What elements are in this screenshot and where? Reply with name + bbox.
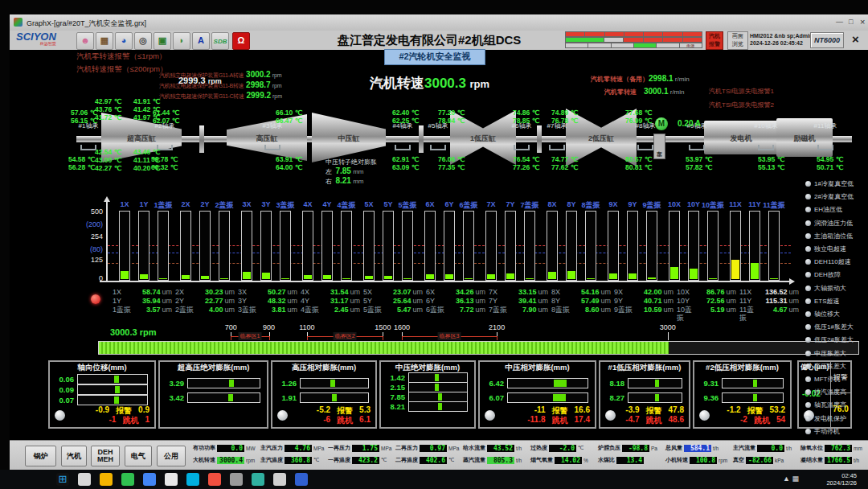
cylinder-label: 发电机 [731, 134, 752, 144]
measurement-cell: 一再压力1.75MPa [328, 444, 391, 452]
nav-button-4[interactable]: 电气 [125, 446, 152, 466]
close-window-button[interactable]: × [860, 17, 865, 27]
alarm-matrix-cell[interactable] [633, 43, 657, 48]
measurement-cell: 凝结水量1766.5t/h [800, 456, 859, 464]
nav-button-1[interactable]: 锅炉 [25, 446, 56, 466]
turning-gear-label: 盘车 [653, 134, 665, 159]
alarm-matrix-cell[interactable] [682, 37, 702, 43]
ja-icon[interactable]: A [192, 32, 210, 50]
alarm-matrix-cell[interactable] [643, 31, 663, 37]
folder-icon[interactable]: ◗ [173, 32, 190, 50]
bar-label: 8Y [567, 200, 575, 208]
bearing-label: #10轴承 [754, 121, 777, 130]
alarm-matrix-cell[interactable] [656, 43, 679, 48]
trip-condition-item: 主油箱油位低 [805, 232, 853, 240]
bearing-mount [395, 145, 411, 150]
nav-button-2[interactable]: 汽机 [61, 446, 87, 466]
bar-label: 5X [364, 200, 373, 208]
turbine-alarm-button[interactable]: 汽机报警 [706, 31, 723, 50]
alarm-matrix-cell[interactable] [682, 31, 702, 37]
app-icon-8[interactable] [273, 473, 286, 486]
speed-alarm-label: 汽机转速报警（≤200rpm） [76, 64, 167, 75]
alarm-matrix-cell[interactable] [604, 31, 624, 37]
g11-speed-row: 汽机独立电超速保护装置G11-B转速 2998.7 rpm [159, 80, 282, 90]
explorer-icon[interactable] [100, 473, 113, 486]
bar-label: 11Y [748, 200, 761, 208]
measurement-value: 584.1 [684, 445, 711, 452]
measurement-cell: 真空-82.66kPa [733, 456, 784, 464]
search-icon[interactable] [78, 473, 91, 486]
vibration-value-cell: 2盖振4.00um [175, 306, 235, 314]
app-icon-2[interactable] [143, 473, 156, 486]
users-icon[interactable]: ☻ [76, 32, 94, 50]
alarm-matrix-cell[interactable] [565, 37, 604, 43]
alarm-matrix-cell[interactable] [584, 31, 604, 37]
keyboard-icon[interactable]: ▦ [96, 32, 113, 50]
trip-limits: -2跳机54 [740, 415, 785, 426]
app-icon-9[interactable] [295, 473, 308, 486]
sdb-icon[interactable]: SDB [211, 32, 229, 50]
bar-label: 9Y [628, 200, 637, 208]
app-icon-3[interactable] [165, 473, 178, 486]
start-icon[interactable]: ⊞ [56, 473, 69, 486]
critical-zone-end [497, 336, 497, 340]
measurement-cell: 主汽流量0.0t/h [733, 444, 792, 452]
minimize-button[interactable]: — [836, 18, 843, 26]
app-icon-6[interactable] [230, 473, 243, 486]
condition-label: 2#冷凝真空低 [814, 192, 854, 201]
alarm-matrix-cell[interactable] [624, 31, 644, 37]
vibration-bar [524, 211, 535, 281]
nav-button-3[interactable]: DEHMEH [91, 446, 120, 466]
bar-label: 10Y [687, 200, 700, 208]
maximize-button[interactable]: □ [849, 18, 853, 26]
gauge-icon[interactable]: ◎ [134, 32, 152, 50]
bar-fill [548, 272, 556, 279]
measurement-unit: Pa [651, 446, 657, 451]
app-icon-4[interactable] [186, 473, 199, 486]
alarm-matrix-cell[interactable] [611, 43, 634, 48]
alarm-matrix-cell[interactable] [604, 37, 624, 43]
app-icon-5[interactable] [208, 473, 221, 486]
taskbar-clock[interactable]: 02:452024/12/26 [826, 472, 857, 487]
measurement-cell: 主汽压力4.76MPa [260, 444, 324, 452]
status-lamp [485, 410, 495, 421]
status-lamp [55, 410, 65, 421]
bar-fill [426, 274, 434, 279]
alarm-matrix-cell[interactable] [662, 31, 682, 37]
alarm-matrix-cell[interactable] [565, 31, 585, 37]
condition-lamp [805, 402, 811, 408]
vibration-bar [302, 211, 313, 281]
alarm-matrix-cell[interactable] [662, 37, 682, 43]
coupling-disc [537, 125, 542, 153]
measurement-label: 主汽流量 [733, 444, 755, 452]
status-lamp [605, 410, 616, 421]
view-button[interactable]: 画面浏览 [727, 31, 748, 50]
close-hmi-button[interactable]: × [852, 32, 859, 46]
vibration-bar [444, 211, 455, 281]
measurement-label: 小机转速 [665, 456, 688, 464]
gauge-value: 9.36 [696, 393, 719, 402]
measurement-label: 炉膛负压 [598, 444, 620, 452]
database-icon[interactable]: ◕ [115, 32, 133, 50]
trip-limits: -1跳机1 [109, 415, 149, 426]
zero-speed-alarm-label: 汽机零转速报警（≤1rpm） [76, 51, 166, 62]
alarm-matrix-cell[interactable] [588, 43, 611, 48]
alarm-matrix-cell[interactable]: 电源 [679, 43, 702, 48]
measurement-cell: 主汽温度360.8℃ [260, 456, 319, 464]
trip-limits: -6跳机6.1 [323, 415, 371, 426]
vibration-value-cell: 9Y40.71um [614, 297, 674, 305]
vibration-value-cell: 11盖振4.67um [739, 306, 799, 322]
monitor-icon[interactable]: ▣ [154, 32, 171, 50]
alarm-matrix-cell[interactable] [623, 37, 643, 43]
app-icon-1[interactable] [121, 473, 134, 486]
vibration-bar [646, 211, 657, 281]
bearing-temps-bottom: 53.95 ℃55.13 ℃ [758, 155, 784, 171]
measurement-value: 423.2 [352, 457, 379, 464]
alarm-matrix-cell[interactable] [565, 43, 588, 48]
app-icon-7[interactable] [252, 473, 264, 486]
vibration-value-cell: 8盖振8.60um [551, 306, 611, 314]
nav-button-5[interactable]: 公用 [157, 446, 186, 466]
alarm-bell-icon[interactable]: Ω [232, 32, 250, 50]
vibration-value-cell: 9X42.00um [614, 288, 674, 296]
alarm-matrix-cell[interactable] [643, 37, 663, 43]
